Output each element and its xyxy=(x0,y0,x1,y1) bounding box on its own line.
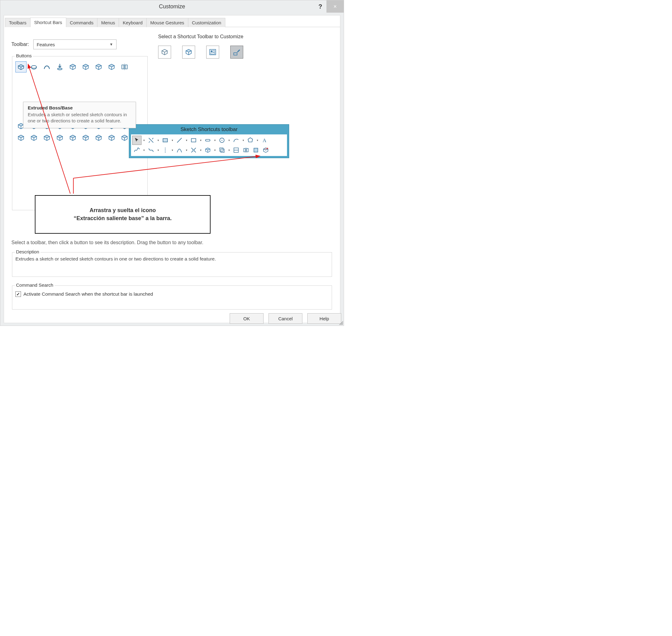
description-legend: Description xyxy=(15,249,40,254)
smart-dimension-tool[interactable] xyxy=(146,136,156,145)
toolbar-label: Toolbar: xyxy=(12,42,29,47)
text-tool[interactable]: A xyxy=(260,136,269,145)
window-title: Customize xyxy=(159,3,185,10)
corner-rectangle-dropdown[interactable]: ▾ xyxy=(171,136,174,145)
spline-tool[interactable] xyxy=(132,145,141,155)
convert-tool[interactable] xyxy=(232,145,241,155)
offset-dropdown[interactable]: ▾ xyxy=(227,145,231,155)
parabola-tool[interactable] xyxy=(175,145,184,155)
svg-rect-11 xyxy=(205,139,210,141)
cancel-button[interactable]: Cancel xyxy=(269,313,302,324)
slot-tool[interactable] xyxy=(203,136,212,145)
spline2-dropdown[interactable]: ▾ xyxy=(156,145,160,155)
activate-command-search-label: Activate Command Search when the shortcu… xyxy=(23,291,153,297)
slot-dropdown[interactable]: ▾ xyxy=(213,136,217,145)
cube-dropdown[interactable]: ▾ xyxy=(213,145,217,155)
tab-commands[interactable]: Commands xyxy=(66,18,98,27)
tabstrip: Toolbars Shortcut Bars Commands Menus Ke… xyxy=(5,16,340,27)
wrap-button[interactable] xyxy=(106,61,117,73)
svg-point-13 xyxy=(222,140,222,141)
feature-tooltip: Extruded Boss/Base Extrudes a sketch or … xyxy=(23,102,136,128)
customize-dialog: Customize ? × Toolbars Shortcut Bars Com… xyxy=(0,0,344,326)
part-shortcut-button[interactable] xyxy=(158,46,171,59)
mirror-tool[interactable] xyxy=(241,145,251,155)
drawing-icon xyxy=(209,48,217,56)
circle-dropdown[interactable]: ▾ xyxy=(227,136,231,145)
toolbar-select-value: Features xyxy=(37,42,55,47)
svg-rect-1 xyxy=(211,51,212,52)
close-button[interactable]: × xyxy=(327,0,344,13)
trim-dropdown[interactable]: ▾ xyxy=(199,145,202,155)
help-button[interactable]: Help xyxy=(307,313,341,324)
circle-tool[interactable] xyxy=(217,136,226,145)
svg-line-9 xyxy=(177,138,182,143)
sketch-shortcuts-toolbar[interactable]: Sketch Shortcuts toolbar ▾▾▾▾▾▾▾▾▾A ▾▾▾▾… xyxy=(129,124,289,158)
command-search-legend: Command Search xyxy=(15,282,55,287)
revolved-boss-button[interactable] xyxy=(28,61,39,73)
annotation-callout: Arrastra y suelta el icono “Extracción s… xyxy=(35,195,211,234)
heal-button[interactable] xyxy=(93,132,104,143)
split-button[interactable] xyxy=(15,132,26,143)
spline-dropdown[interactable]: ▾ xyxy=(142,145,146,155)
tab-toolbars[interactable]: Toolbars xyxy=(5,18,31,27)
shortcut-bars-panel: Toolbar: Features ▼ Select a Shortcut To… xyxy=(4,27,340,323)
line-dropdown[interactable]: ▾ xyxy=(185,136,189,145)
polygon-tool[interactable] xyxy=(246,136,255,145)
delete-face-button[interactable] xyxy=(54,132,65,143)
swept-boss-button[interactable] xyxy=(41,61,53,73)
rectangle-tool[interactable] xyxy=(189,136,198,145)
feature-buttons-grid xyxy=(15,61,144,73)
select-cursor-tool[interactable] xyxy=(132,136,141,145)
centerline-tool[interactable] xyxy=(161,145,170,155)
line-tool[interactable] xyxy=(175,136,184,145)
tab-mouse-gestures[interactable]: Mouse Gestures xyxy=(146,18,189,27)
tab-keyboard[interactable]: Keyboard xyxy=(119,18,146,27)
corner-rectangle-tool[interactable] xyxy=(161,136,170,145)
tab-shortcut-bars[interactable]: Shortcut Bars xyxy=(30,18,66,27)
parabola-dropdown[interactable]: ▾ xyxy=(185,145,189,155)
boundary-boss-button[interactable] xyxy=(67,61,78,73)
exit-sketch-tool[interactable] xyxy=(261,145,270,155)
tooltip-title: Extruded Boss/Base xyxy=(28,105,131,111)
cube-tool[interactable] xyxy=(203,145,212,155)
context-help-button[interactable]: ? xyxy=(314,0,327,13)
annotation-line2: “Extracción saliente base” a la barra. xyxy=(74,215,172,222)
thicken-button[interactable] xyxy=(80,61,91,73)
cube-icon xyxy=(161,48,169,56)
svg-rect-24 xyxy=(254,148,258,152)
tab-menus[interactable]: Menus xyxy=(97,18,119,27)
centerline-dropdown[interactable]: ▾ xyxy=(171,145,174,155)
3d-sketch-button[interactable] xyxy=(119,132,130,143)
arc-dropdown[interactable]: ▾ xyxy=(241,136,245,145)
check-button[interactable] xyxy=(80,132,91,143)
tab-customization[interactable]: Customization xyxy=(188,18,225,27)
toolbar-select[interactable]: Features ▼ xyxy=(33,39,117,49)
select-cursor-dropdown[interactable]: ▾ xyxy=(142,136,146,145)
block-tool[interactable] xyxy=(251,145,260,155)
mirror-button[interactable] xyxy=(119,61,130,73)
arc-tool[interactable] xyxy=(232,136,241,145)
spline2-tool[interactable] xyxy=(146,145,156,155)
combine-button[interactable] xyxy=(28,132,39,143)
rectangle-dropdown[interactable]: ▾ xyxy=(199,136,202,145)
intersect-button[interactable] xyxy=(41,132,53,143)
offset-tool[interactable] xyxy=(217,145,226,155)
trim-tool[interactable] xyxy=(189,145,198,155)
smart-dimension-dropdown[interactable]: ▾ xyxy=(156,136,160,145)
assembly-shortcut-button[interactable] xyxy=(182,46,195,59)
svg-rect-20 xyxy=(220,148,223,151)
sketch-shortcut-button[interactable] xyxy=(230,46,243,59)
svg-point-6 xyxy=(57,68,62,70)
activate-command-search-checkbox[interactable]: ✓ xyxy=(15,291,21,297)
svg-rect-3 xyxy=(211,53,215,54)
dialog-buttons: OK Cancel Help xyxy=(230,313,341,324)
polygon-dropdown[interactable]: ▾ xyxy=(256,136,259,145)
lofted-boss-button[interactable] xyxy=(54,61,65,73)
drawing-shortcut-button[interactable] xyxy=(206,46,219,59)
extruded-boss-button[interactable] xyxy=(15,61,26,73)
ok-button[interactable]: OK xyxy=(230,313,263,324)
resize-grip[interactable] xyxy=(338,320,343,325)
dome-button[interactable] xyxy=(93,61,104,73)
move-face-button[interactable] xyxy=(67,132,78,143)
instant3d-button[interactable] xyxy=(106,132,117,143)
